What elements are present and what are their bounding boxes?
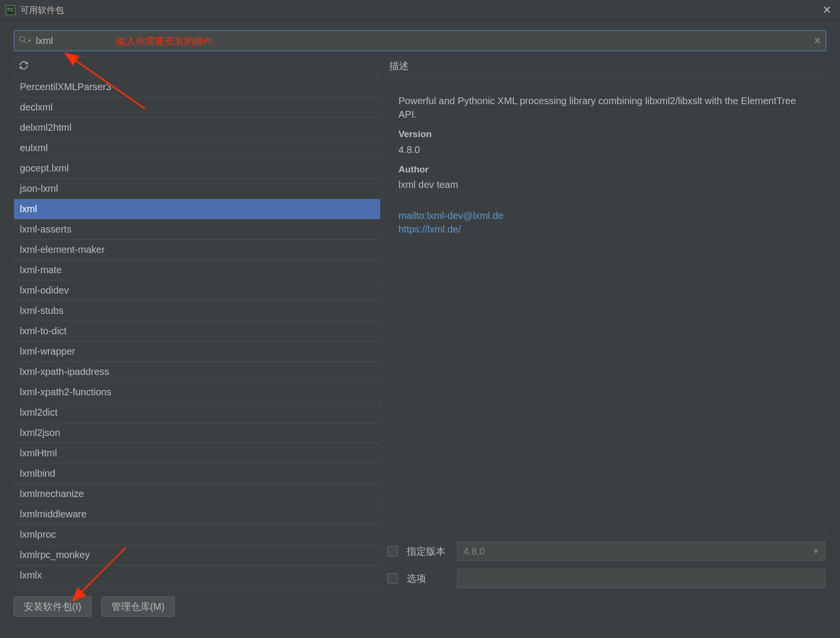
- titlebar: PC 可用软件包 ✕: [0, 0, 840, 20]
- package-item[interactable]: lxml2json: [14, 423, 380, 443]
- search-options-caret-icon[interactable]: ▾: [28, 37, 31, 44]
- package-item[interactable]: lxml-odidev: [14, 280, 380, 301]
- search-icon: [18, 35, 27, 47]
- package-item[interactable]: lxml2dict: [14, 403, 380, 423]
- options-input[interactable]: [457, 569, 825, 588]
- package-item[interactable]: eulxml: [14, 138, 380, 158]
- svg-line-1: [24, 41, 26, 43]
- package-item[interactable]: lxml-wrapper: [14, 342, 380, 362]
- package-item[interactable]: lxmlmiddleware: [14, 504, 380, 525]
- clear-icon[interactable]: ✕: [813, 35, 822, 47]
- pycharm-icon: PC: [6, 5, 15, 15]
- chevron-down-icon: ▼: [812, 547, 819, 555]
- package-item[interactable]: json-lxml: [14, 179, 380, 199]
- author-value: lxml dev team: [398, 178, 814, 191]
- package-item[interactable]: gocept.lxml: [14, 158, 380, 179]
- package-item[interactable]: delxml2html: [14, 118, 380, 138]
- install-options: 指定版本 4.8.0 ▼ 选项: [386, 540, 826, 589]
- package-item[interactable]: lxmlrpc_monkey: [14, 545, 380, 565]
- install-button-label: 安装软件包(I): [24, 600, 81, 613]
- package-item[interactable]: lxmlmechanize: [14, 484, 380, 504]
- package-item[interactable]: lxml-xpath2-functions: [14, 382, 380, 403]
- package-item[interactable]: lxmlx: [14, 565, 380, 586]
- dialog-footer: 安装软件包(I) 管理仓库(M): [0, 589, 840, 624]
- install-button[interactable]: 安装软件包(I): [14, 596, 92, 617]
- package-item[interactable]: lxml-stubs: [14, 301, 380, 321]
- package-item[interactable]: lxml-asserts: [14, 219, 380, 240]
- package-item[interactable]: PercentilXMLParser3: [14, 77, 380, 97]
- package-item[interactable]: lxmlproc: [14, 525, 380, 545]
- version-select[interactable]: 4.8.0 ▼: [457, 542, 825, 561]
- version-value: 4.8.0: [398, 143, 814, 156]
- manage-repos-button[interactable]: 管理仓库(M): [101, 596, 175, 617]
- package-list-pane: PercentilXMLParser3declxmldelxml2htmleul…: [14, 57, 381, 589]
- package-item[interactable]: lxml-to-dict: [14, 321, 380, 342]
- options-label: 选项: [407, 572, 448, 585]
- close-icon[interactable]: ✕: [820, 4, 834, 16]
- manage-repos-label: 管理仓库(M): [111, 600, 165, 613]
- mailto-link[interactable]: mailto:lxml-dev@lxml.de: [398, 209, 814, 222]
- search-field[interactable]: ▾ ✕ 输入你需要安装的插件: [14, 30, 826, 51]
- description-header: 描述: [386, 57, 826, 76]
- author-label: Author: [398, 163, 814, 176]
- homepage-link[interactable]: https://lxml.de/: [398, 222, 814, 236]
- details-pane: 描述 Powerful and Pythonic XML processing …: [386, 57, 826, 589]
- version-select-value: 4.8.0: [463, 546, 485, 557]
- window-title: 可用软件包: [20, 4, 64, 16]
- specify-version-checkbox[interactable]: [387, 546, 398, 557]
- package-item[interactable]: lxml-element-maker: [14, 240, 380, 260]
- options-checkbox[interactable]: [387, 573, 398, 584]
- refresh-bar: [14, 57, 381, 76]
- package-list[interactable]: PercentilXMLParser3declxmldelxml2htmleul…: [14, 77, 381, 589]
- description-text: Powerful and Pythonic XML processing lib…: [398, 94, 814, 121]
- refresh-icon[interactable]: [19, 61, 29, 73]
- version-label: Version: [398, 128, 814, 141]
- search-input[interactable]: [36, 35, 813, 47]
- package-item[interactable]: lxml-mate: [14, 260, 380, 280]
- package-item[interactable]: lxmlbind: [14, 464, 380, 484]
- specify-version-label: 指定版本: [407, 545, 448, 558]
- package-item[interactable]: lxmlHtml: [14, 443, 380, 464]
- package-item[interactable]: lxml: [14, 199, 380, 219]
- description-body: Powerful and Pythonic XML processing lib…: [386, 76, 826, 534]
- svg-point-0: [19, 36, 25, 42]
- package-item[interactable]: declxml: [14, 97, 380, 118]
- package-item[interactable]: lxml-xpath-ipaddress: [14, 362, 380, 382]
